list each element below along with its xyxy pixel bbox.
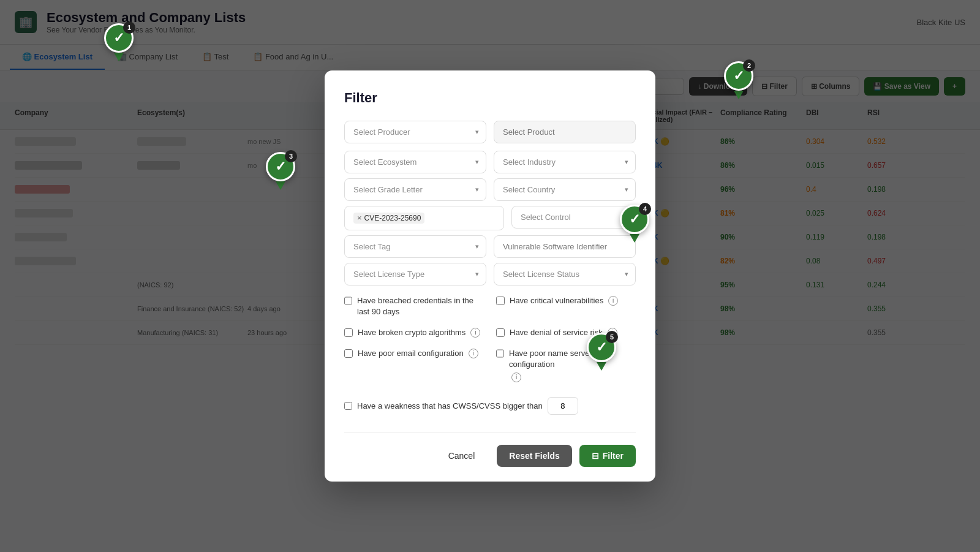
tag-vuln-row: Select Tag (344, 235, 636, 258)
vuln-wrapper (494, 235, 636, 258)
info-crypto-icon[interactable]: i (470, 328, 480, 338)
industry-wrapper: Select Industry (494, 151, 636, 173)
apply-filter-button[interactable]: ⊟ Filter (579, 445, 636, 467)
cwss-row: Have a weakness that has CWSS/CVSS bigge… (344, 397, 636, 415)
cve-tag: × CVE-2023-25690 (353, 213, 424, 224)
step-3-tail (276, 181, 285, 190)
producer-product-row: Select Producer (344, 121, 636, 143)
checkbox-email-label: Have poor email configuration i (358, 348, 478, 359)
step-1-pin: ✓ 1 (104, 23, 134, 61)
step-2-pin: ✓ 2 (724, 61, 753, 99)
checkbox-critical-vuln: Have critical vulnerabilities i (496, 295, 636, 317)
checkbox-dos-input[interactable] (496, 328, 505, 337)
checkbox-ns-label: Have poor name server configuration i (509, 348, 636, 382)
ecosystem-wrapper: Select Ecosystem (344, 151, 486, 173)
product-wrapper (494, 121, 636, 143)
cve-tag-value: CVE-2023-25690 (364, 214, 421, 222)
checkbox-breached-credentials: Have breached credentials in the last 90… (344, 295, 484, 317)
info-ns-icon[interactable]: i (511, 372, 521, 382)
info-email-icon[interactable]: i (469, 349, 478, 358)
step-5-number: 5 (606, 331, 618, 343)
step-2-check: ✓ (733, 68, 744, 84)
modal-title: Filter (344, 90, 636, 106)
modal-footer: Cancel Reset Fields ⊟ Filter (344, 432, 636, 467)
checkbox-breached-label: Have breached credentials in the last 90… (357, 295, 484, 317)
cve-control-row: × CVE-2023-25690 Select Control (344, 206, 636, 230)
grade-select[interactable]: Select Grade Letter (344, 178, 486, 201)
vulnerable-software-input[interactable] (494, 235, 636, 258)
tag-wrapper: Select Tag (344, 235, 486, 258)
grade-country-row: Select Grade Letter Select Country (344, 178, 636, 201)
step-1-head: ✓ 1 (104, 23, 134, 53)
step-5-check: ✓ (596, 339, 607, 355)
checkbox-broken-crypto: Have broken crypto algorithms i (344, 327, 484, 338)
ecosystem-select[interactable]: Select Ecosystem (344, 151, 486, 173)
control-select[interactable]: Select Control (511, 206, 636, 229)
checkbox-broken-crypto-input[interactable] (344, 328, 353, 337)
modal-overlay[interactable]: Filter Select Producer Select Ecosystem (0, 0, 980, 552)
step-1-number: 1 (123, 21, 135, 34)
checkbox-poor-email: Have poor email configuration i (344, 348, 484, 382)
producer-wrapper: Select Producer (344, 121, 486, 143)
step-4-number: 4 (639, 203, 651, 215)
filter-modal: Filter Select Producer Select Ecosystem (325, 70, 655, 482)
checkbox-breached-input[interactable] (344, 297, 352, 305)
step-5-head: ✓ 5 (587, 333, 616, 362)
country-select[interactable]: Select Country (494, 178, 636, 201)
cwss-checkbox[interactable] (344, 402, 352, 410)
step-4-head: ✓ 4 (620, 205, 649, 234)
license-status-wrapper: Select License Status (494, 263, 636, 285)
step-2-head: ✓ 2 (724, 61, 753, 91)
reset-fields-button[interactable]: Reset Fields (497, 445, 571, 467)
control-wrapper: Select Control (511, 206, 636, 230)
license-type-select[interactable]: Select License Type (344, 263, 486, 285)
filter-button-label: Filter (603, 451, 624, 461)
checkbox-broken-crypto-label: Have broken crypto algorithms i (358, 327, 480, 338)
cve-tag-input[interactable]: × CVE-2023-25690 (344, 206, 504, 230)
checkbox-critical-label: Have critical vulnerabilities i (510, 295, 618, 306)
cve-input-field[interactable] (428, 213, 495, 222)
step-4-tail (630, 234, 639, 243)
filter-funnel-icon: ⊟ (592, 451, 599, 461)
step-5-tail (597, 362, 606, 371)
info-critical-icon[interactable]: i (608, 296, 618, 306)
license-status-select[interactable]: Select License Status (494, 263, 636, 285)
tag-select[interactable]: Select Tag (344, 235, 486, 258)
product-input[interactable] (494, 121, 636, 143)
step-4-pin: ✓ 4 (620, 205, 649, 243)
checkbox-ns-input[interactable] (496, 349, 504, 358)
cancel-button[interactable]: Cancel (434, 445, 490, 467)
producer-select[interactable]: Select Producer (344, 121, 486, 143)
step-3-pin: ✓ 3 (266, 152, 295, 190)
license-type-wrapper: Select License Type (344, 263, 486, 285)
cve-wrapper: × CVE-2023-25690 (344, 206, 504, 230)
step-3-check: ✓ (275, 159, 286, 175)
step-3-head: ✓ 3 (266, 152, 295, 181)
step-5-pin: ✓ 5 (587, 333, 616, 371)
step-2-number: 2 (743, 59, 755, 72)
grade-wrapper: Select Grade Letter (344, 178, 486, 201)
industry-select[interactable]: Select Industry (494, 151, 636, 173)
ecosystem-industry-row: Select Ecosystem Select Industry (344, 151, 636, 173)
step-1-check: ✓ (113, 30, 124, 46)
checkbox-email-input[interactable] (344, 349, 353, 358)
cwss-label: Have a weakness that has CWSS/CVSS bigge… (357, 401, 543, 410)
country-wrapper: Select Country (494, 178, 636, 201)
cve-tag-remove[interactable]: × (357, 214, 362, 222)
step-2-tail (734, 91, 744, 99)
step-1-tail (114, 53, 124, 61)
step-3-number: 3 (285, 150, 297, 162)
license-row: Select License Type Select License Statu… (344, 263, 636, 285)
step-4-check: ✓ (629, 211, 640, 227)
cwss-value-input[interactable] (548, 397, 578, 415)
checkbox-critical-input[interactable] (496, 297, 505, 305)
